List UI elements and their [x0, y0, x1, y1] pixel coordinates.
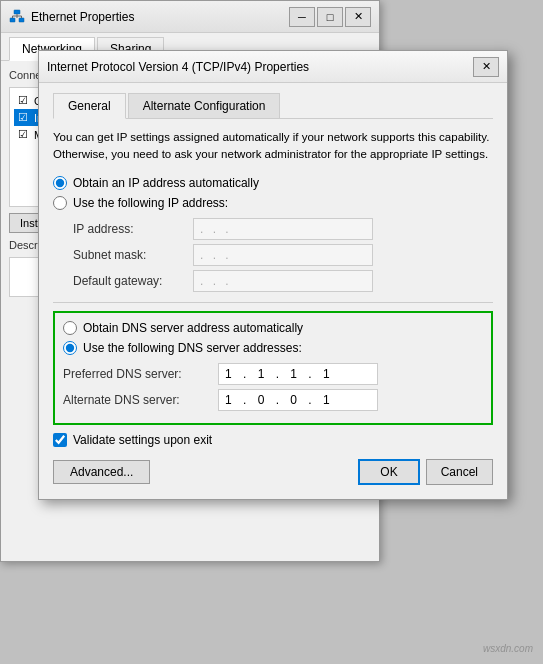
gateway-row: Default gateway: . . .: [73, 270, 493, 292]
ok-cancel-group: OK Cancel: [358, 459, 493, 485]
validate-row: Validate settings upon exit: [53, 433, 493, 447]
advanced-button[interactable]: Advanced...: [53, 460, 150, 484]
ethernet-titlebar: Ethernet Properties ─ □ ✕: [1, 1, 379, 33]
auto-dns-radio-item: Obtain DNS server address automatically: [63, 321, 483, 335]
network-icon: [9, 9, 25, 25]
ipv4-close-button[interactable]: ✕: [473, 57, 499, 77]
svg-rect-0: [14, 10, 20, 14]
ip-address-label: IP address:: [73, 222, 193, 236]
ipv4-dialog-title: Internet Protocol Version 4 (TCP/IPv4) P…: [47, 60, 309, 74]
svg-rect-2: [19, 18, 24, 22]
manual-ip-radio-item: Use the following IP address:: [53, 196, 493, 210]
svg-rect-1: [10, 18, 15, 22]
ip-address-input[interactable]: . . .: [193, 218, 373, 240]
ipv4-description: You can get IP settings assigned automat…: [53, 129, 493, 164]
gateway-input[interactable]: . . .: [193, 270, 373, 292]
close-button[interactable]: ✕: [345, 7, 371, 27]
auto-ip-label: Obtain an IP address automatically: [73, 176, 259, 190]
dialog-buttons: Advanced... OK Cancel: [53, 455, 493, 489]
gateway-label: Default gateway:: [73, 274, 193, 288]
preferred-dns-row: Preferred DNS server: 1 . 1 . 1 . 1: [63, 363, 483, 385]
titlebar-left: Ethernet Properties: [9, 9, 134, 25]
auto-dns-radio[interactable]: [63, 321, 77, 335]
tab-alternate-config[interactable]: Alternate Configuration: [128, 93, 281, 118]
ipv4-titlebar-controls: ✕: [473, 57, 499, 77]
manual-dns-radio[interactable]: [63, 341, 77, 355]
tab-general[interactable]: General: [53, 93, 126, 119]
ip-radio-group: Obtain an IP address automatically Use t…: [53, 176, 493, 210]
ok-button[interactable]: OK: [358, 459, 419, 485]
subnet-mask-row: Subnet mask: . . .: [73, 244, 493, 266]
manual-ip-label: Use the following IP address:: [73, 196, 228, 210]
alternate-dns-row: Alternate DNS server: 1 . 0 . 0 . 1: [63, 389, 483, 411]
ipv4-properties-dialog: Internet Protocol Version 4 (TCP/IPv4) P…: [38, 50, 508, 500]
dns-section: Obtain DNS server address automatically …: [53, 311, 493, 425]
auto-dns-label: Obtain DNS server address automatically: [83, 321, 303, 335]
validate-label: Validate settings upon exit: [73, 433, 212, 447]
cancel-button[interactable]: Cancel: [426, 459, 493, 485]
auto-ip-radio-item: Obtain an IP address automatically: [53, 176, 493, 190]
alternate-dns-label: Alternate DNS server:: [63, 393, 218, 407]
ipv4-dialog-content: General Alternate Configuration You can …: [39, 83, 507, 499]
validate-checkbox[interactable]: [53, 433, 67, 447]
minimize-button[interactable]: ─: [289, 7, 315, 27]
ip-address-row: IP address: . . .: [73, 218, 493, 240]
alternate-dns-input[interactable]: 1 . 0 . 0 . 1: [218, 389, 378, 411]
maximize-button[interactable]: □: [317, 7, 343, 27]
ipv4-titlebar: Internet Protocol Version 4 (TCP/IPv4) P…: [39, 51, 507, 83]
dns-radio-group: Obtain DNS server address automatically …: [63, 321, 483, 355]
watermark: wsxdn.com: [483, 643, 533, 654]
subnet-mask-label: Subnet mask:: [73, 248, 193, 262]
manual-dns-radio-item: Use the following DNS server addresses:: [63, 341, 483, 355]
ip-fields-group: IP address: . . . Subnet mask: . . . Def…: [73, 218, 493, 292]
preferred-dns-input[interactable]: 1 . 1 . 1 . 1: [218, 363, 378, 385]
ethernet-title: Ethernet Properties: [31, 10, 134, 24]
manual-ip-radio[interactable]: [53, 196, 67, 210]
preferred-dns-label: Preferred DNS server:: [63, 367, 218, 381]
subnet-mask-input[interactable]: . . .: [193, 244, 373, 266]
titlebar-controls: ─ □ ✕: [289, 7, 371, 27]
manual-dns-label: Use the following DNS server addresses:: [83, 341, 302, 355]
auto-ip-radio[interactable]: [53, 176, 67, 190]
section-divider: [53, 302, 493, 303]
ipv4-tabs-bar: General Alternate Configuration: [53, 93, 493, 119]
